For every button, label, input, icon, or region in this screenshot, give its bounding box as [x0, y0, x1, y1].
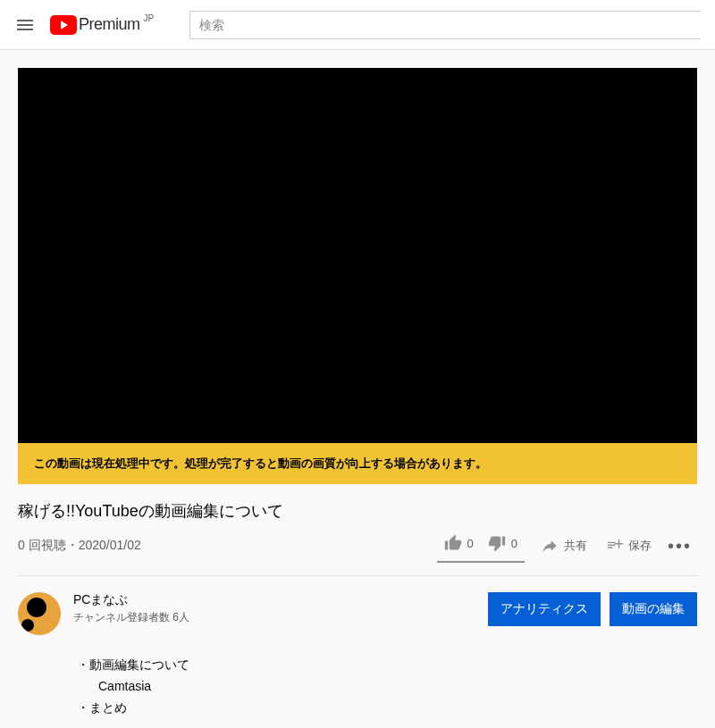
description-line: Camtasia: [98, 676, 697, 698]
share-button[interactable]: 共有: [534, 531, 594, 560]
like-button[interactable]: 0: [437, 529, 481, 557]
share-label: 共有: [564, 538, 587, 554]
dislike-count: 0: [511, 537, 517, 550]
more-actions-button[interactable]: •••: [662, 536, 697, 556]
youtube-logo[interactable]: Premium JP: [50, 15, 154, 35]
region-code: JP: [144, 13, 155, 23]
thumbs-down-icon: [488, 534, 506, 552]
thumbs-up-icon: [444, 534, 462, 552]
analytics-button[interactable]: アナリティクス: [488, 592, 601, 626]
video-description: ・動画編集について Camtasia ・まとめ もっと見る: [73, 651, 715, 728]
share-icon: [541, 537, 559, 555]
search-input[interactable]: [189, 11, 701, 39]
video-title: 稼げる!!YouTubeの動画編集について: [18, 500, 697, 522]
playlist-add-icon: [605, 537, 623, 555]
action-bar: 0 0 共有 保存 •••: [437, 529, 697, 563]
channel-avatar[interactable]: [18, 592, 61, 635]
dislike-button[interactable]: 0: [481, 529, 525, 557]
hamburger-menu-icon[interactable]: [14, 14, 36, 36]
youtube-play-icon: [50, 15, 77, 35]
edit-video-button[interactable]: 動画の編集: [610, 592, 697, 626]
video-player[interactable]: [18, 68, 697, 443]
description-line: ・動画編集について: [77, 655, 697, 676]
like-count: 0: [467, 537, 474, 550]
premium-label: Premium: [79, 15, 140, 34]
header: Premium JP: [0, 0, 715, 50]
processing-banner: この動画は現在処理中です。処理が完了すると動画の画質が向上する場合があります。: [18, 443, 697, 484]
views-date: 0 回視聴・2020/01/02: [18, 538, 141, 554]
save-button[interactable]: 保存: [598, 531, 659, 560]
description-line: ・まとめ: [77, 698, 697, 719]
save-label: 保存: [628, 538, 652, 554]
subscriber-count: チャンネル登録者数 6人: [73, 610, 488, 625]
channel-name[interactable]: PCまなぶ: [73, 592, 488, 608]
